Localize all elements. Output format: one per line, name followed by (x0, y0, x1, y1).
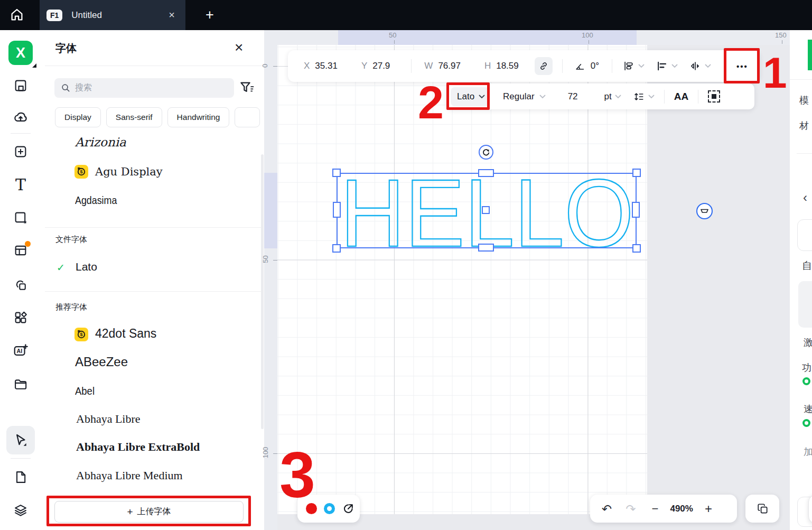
panel-scrollbar[interactable] (261, 154, 264, 429)
selection-handle-center[interactable] (482, 206, 490, 214)
lock-ratio-button[interactable] (535, 57, 553, 75)
files-button[interactable] (13, 376, 29, 392)
font-panel-close-icon[interactable]: × (235, 39, 243, 56)
h-label: H (484, 61, 491, 71)
right-panel-label: 激 (804, 336, 812, 349)
font-category-chips: Display Sans-serif Handwriting (55, 107, 260, 127)
zoom-out-button[interactable]: − (652, 502, 659, 516)
flip-dropdown[interactable] (689, 60, 711, 72)
w-value[interactable]: 76.97 (438, 61, 461, 71)
notification-dot (25, 241, 31, 247)
add-square-icon (13, 144, 28, 159)
x-value[interactable]: 35.31 (315, 61, 338, 71)
font-style-dropdown[interactable]: Regular (503, 91, 546, 102)
chip-display[interactable]: Display (55, 107, 101, 127)
duplicate-canvas-button[interactable] (745, 495, 779, 523)
font-item-abhaya-libre[interactable]: Abhaya Libre (76, 412, 141, 426)
page-button[interactable] (13, 469, 29, 485)
select-tool-button[interactable] (13, 432, 29, 448)
trace-outline-icon (712, 94, 716, 99)
font-item-abhaya-libre-extrabold[interactable]: Abhaya Libre ExtraBold (76, 440, 200, 454)
new-tab-button[interactable]: + (198, 0, 222, 30)
layers-button[interactable] (13, 503, 29, 518)
undo-button[interactable]: ↶ (602, 502, 612, 516)
chip-partial[interactable] (235, 107, 260, 127)
font-item-lato[interactable]: Lato (76, 261, 97, 273)
font-size-value[interactable]: 72 (568, 91, 578, 102)
selection-handle-s[interactable] (478, 244, 494, 252)
speed-indicator-icon (802, 419, 810, 427)
font-item-arizonia[interactable]: Arizonia (75, 135, 126, 149)
right-panel-label: 模 (799, 94, 809, 107)
angle-value[interactable]: 0° (591, 61, 599, 71)
zoom-level-value[interactable]: 490% (670, 504, 693, 514)
collapse-panel-button[interactable]: ‹ (803, 190, 807, 205)
font-item-abel[interactable]: Abel (75, 385, 95, 397)
selection-handle-n[interactable] (478, 169, 494, 177)
xtool-logo[interactable]: X (8, 41, 33, 65)
ruler-top-label: 50 (389, 31, 396, 39)
h-value[interactable]: 18.59 (496, 61, 519, 71)
selection-handle-e[interactable] (632, 202, 640, 218)
ruler-top-label: 150 (775, 31, 787, 39)
shape-tool-button[interactable] (13, 210, 29, 226)
selection-handle-ne[interactable] (632, 169, 641, 177)
selection-handle-sw[interactable] (332, 244, 341, 253)
font-unit-dropdown[interactable]: pt (604, 91, 621, 102)
ai-icon: AI (13, 342, 29, 358)
chip-sans-serif[interactable]: Sans-serif (106, 107, 162, 127)
selection-handle-w[interactable] (333, 202, 341, 218)
start-button-partial[interactable] (808, 40, 812, 70)
save-button[interactable] (13, 78, 29, 94)
recommended-fonts-label: 推荐字体 (55, 302, 87, 312)
w-label: W (424, 61, 433, 71)
document-tab[interactable]: F1 Untitled × (40, 0, 185, 30)
chip-handwriting[interactable]: Handwriting (167, 107, 230, 127)
laser-head-marker[interactable] (696, 203, 713, 219)
redo-button[interactable]: ↷ (626, 502, 636, 516)
arrange-dropdown[interactable] (623, 60, 645, 72)
send-to-machine-icon[interactable] (342, 502, 355, 515)
tab-close-icon[interactable]: × (169, 9, 175, 21)
transform-toolbar: X 35.31 Y 27.9 W 76.97 H 18.59 0° (288, 50, 760, 82)
premium-badge-icon: $ (74, 165, 88, 179)
add-element-button[interactable] (13, 144, 29, 160)
selection-handle-nw[interactable] (332, 169, 341, 177)
right-panel-card-partial[interactable] (797, 219, 812, 251)
y-value[interactable]: 27.9 (372, 61, 390, 71)
rotation-button[interactable] (574, 60, 586, 72)
font-item-agdasima[interactable]: Agdasima (75, 194, 117, 207)
x-label: X (304, 61, 310, 71)
font-item-agu-display[interactable]: Agu Display (95, 165, 163, 178)
font-search-input[interactable]: 搜索 (54, 78, 234, 98)
annotation-number-1: 1 (763, 51, 787, 95)
letter-case-button[interactable]: AA (674, 91, 688, 103)
file-fonts-label: 文件字体 (55, 235, 87, 245)
rotate-handle[interactable] (479, 145, 493, 160)
svg-text:AI: AI (17, 348, 23, 354)
zoom-in-button[interactable]: + (705, 501, 712, 516)
trace-outline-button[interactable] (708, 90, 720, 103)
ai-tools-button[interactable]: AI (13, 342, 29, 358)
right-panel-preview-partial (798, 281, 812, 328)
align-dropdown[interactable] (656, 60, 678, 72)
annotation-box-2 (446, 82, 490, 110)
side-button-partial[interactable] (808, 495, 812, 524)
cloud-upload-button[interactable] (13, 109, 29, 125)
duplicate-tool-button[interactable] (13, 277, 29, 293)
selection-handle-se[interactable] (632, 244, 641, 253)
folder-icon (13, 377, 28, 392)
line-spacing-dropdown[interactable] (633, 91, 655, 103)
font-item-abeezee[interactable]: ABeeZee (75, 355, 128, 369)
font-item-abhaya-libre-medium[interactable]: Abhaya Libre Medium (76, 469, 183, 482)
home-button[interactable] (9, 7, 25, 23)
apps-button[interactable] (13, 310, 29, 326)
canvas-work-area[interactable] (277, 45, 647, 514)
ruler-tick (589, 40, 589, 44)
text-tool-button[interactable]: T (13, 176, 29, 192)
ruler-tick (782, 40, 782, 44)
font-filter-button[interactable] (239, 80, 255, 98)
position-dot-icon[interactable] (324, 503, 335, 514)
copy-icon (757, 503, 769, 515)
font-item-42dot-sans[interactable]: 42dot Sans (95, 327, 156, 341)
